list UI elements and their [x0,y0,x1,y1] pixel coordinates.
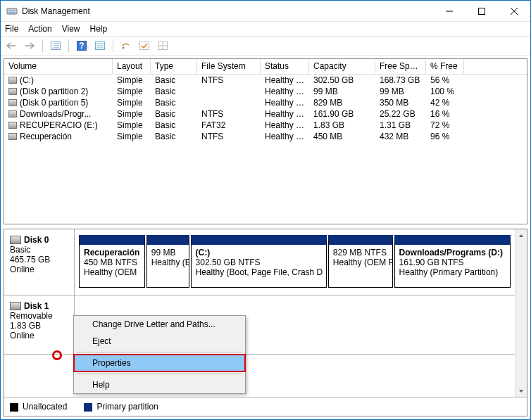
cell-status: Healthy (A... [261,120,309,130]
partition[interactable]: (C:)302.50 GB NTFSHealthy (Boot, Page Fi… [191,235,327,288]
partition-name: Recuperación [84,248,140,257]
partition-size: 302.50 GB NTFS [196,257,322,267]
partition-name: Downloads/Programs (D:) [399,248,506,257]
table-row[interactable]: (Disk 0 partition 5)SimpleBasicHealthy (… [4,97,527,108]
cell-fs: NTFS [197,109,261,119]
cell-name: Downloads/Progr... [4,109,113,119]
col-status[interactable]: Status [261,59,309,74]
cell-fs: FAT32 [197,120,261,130]
disk-size: 465.75 GB [10,255,68,265]
help-toolbar-button[interactable]: ? [74,38,89,53]
ctx-eject[interactable]: Eject [74,333,245,350]
disk-state: Online [10,331,68,341]
menu-help[interactable]: Help [90,24,108,34]
cell-layout: Simple [113,109,151,119]
minimize-button[interactable] [433,1,466,21]
cell-free: 168.73 GB [375,75,426,85]
table-row[interactable]: RECUPERACIO (E:)SimpleBasicFAT32Healthy … [4,120,527,131]
partition[interactable]: Downloads/Programs (D:)161.90 GB NTFSHea… [394,235,511,288]
partition[interactable]: 829 MB NTFSHealthy (OEM P [328,235,393,288]
legend-primary: Primary partition [84,402,158,412]
col-type[interactable]: Type [151,59,197,74]
disk-type: Removable [10,311,68,321]
table-row[interactable]: Downloads/Progr...SimpleBasicNTFSHealthy… [4,108,527,120]
scroll-track[interactable] [516,241,527,385]
cell-capacity: 1.83 GB [309,120,375,130]
svg-rect-4 [479,8,485,14]
legend-unallocated: Unallocated [10,402,67,412]
ctx-separator [77,352,242,352]
ctx-change-drive-letter[interactable]: Change Drive Letter and Paths... [74,316,245,333]
disk-icon [10,302,21,310]
back-button[interactable] [4,38,19,53]
check-toolbar-button[interactable] [137,38,152,53]
grid-toolbar-button[interactable] [155,38,170,53]
col-volume[interactable]: Volume [4,59,113,74]
ctx-separator [77,374,242,374]
cell-capacity: 450 MB [309,132,375,141]
partition-size: 161.90 GB NTFS [399,257,506,267]
disk-name: Disk 0 [10,235,68,245]
partition[interactable]: 99 MBHealthy (E [146,235,189,288]
volume-icon [8,99,17,106]
col-layout[interactable]: Layout [113,59,151,74]
menu-file[interactable]: File [5,24,18,34]
cell-free: 432 MB [375,132,426,141]
col-free[interactable]: Free Spa... [375,59,426,74]
menu-view[interactable]: View [62,24,80,34]
vertical-scrollbar[interactable] [515,229,527,397]
toolbar-separator [68,39,69,52]
cell-capacity: 302.50 GB [309,75,375,85]
cell-pct: 72 % [426,120,464,130]
volume-icon [8,77,17,84]
cell-capacity: 829 MB [309,98,375,108]
cell-pct: 56 % [426,75,464,85]
maximize-button[interactable] [466,1,498,21]
cell-layout: Simple [113,87,151,96]
titlebar[interactable]: Disk Management [1,1,530,22]
disk-row: Disk 0Basic465.75 GBOnlineRecuperación45… [4,229,515,295]
col-pct[interactable]: % Free [426,59,464,74]
ctx-properties[interactable]: Properties [74,355,245,371]
menu-action[interactable]: Action [28,24,51,34]
cell-fs: NTFS [197,132,261,141]
cell-type: Basic [151,87,197,96]
cell-layout: Simple [113,98,151,108]
svg-rect-18 [140,42,149,50]
volume-icon [8,122,17,129]
table-row[interactable]: (C:)SimpleBasicNTFSHealthy (B...302.50 G… [4,75,527,86]
table-row[interactable]: (Disk 0 partition 2)SimpleBasicHealthy (… [4,86,527,97]
app-icon [6,6,18,17]
partition-status: Healthy (Boot, Page File, Crash D [196,267,322,277]
disk-info[interactable]: Disk 1Removable1.83 GBOnline [4,295,75,354]
swatch-black [10,403,18,412]
close-button[interactable] [498,1,530,21]
cell-name: (C:) [4,75,113,85]
col-fs[interactable]: File System [197,59,261,74]
list-toolbar-button[interactable] [92,38,108,53]
cell-name: Recuperación [4,132,113,141]
scroll-up-button[interactable] [516,229,527,241]
settings-view-button[interactable] [48,38,63,53]
menubar: File Action View Help [1,22,530,36]
ctx-help[interactable]: Help [74,376,245,393]
cell-layout: Simple [113,75,151,85]
partition-status: Healthy (OEM [84,267,140,277]
window-title: Disk Management [22,6,433,16]
disk-info[interactable]: Disk 0Basic465.75 GBOnline [4,229,75,295]
cell-status: Healthy (... [261,132,309,141]
toolbar: ? [1,36,530,56]
partition-status: Healthy (E [151,257,185,267]
table-row[interactable]: RecuperaciónSimpleBasicNTFSHealthy (...4… [4,131,527,142]
scroll-down-button[interactable] [516,385,527,397]
forward-button[interactable] [22,38,37,53]
partition[interactable]: Recuperación450 MB NTFSHealthy (OEM [79,235,145,288]
col-spacer[interactable] [464,59,527,74]
col-capacity[interactable]: Capacity [309,59,375,74]
action-toolbar-button[interactable] [118,38,134,53]
svg-rect-1 [8,10,15,11]
cell-type: Basic [151,98,197,108]
cell-type: Basic [151,132,197,141]
toolbar-separator [42,39,43,52]
volume-list-body: (C:)SimpleBasicNTFSHealthy (B...302.50 G… [4,75,527,142]
